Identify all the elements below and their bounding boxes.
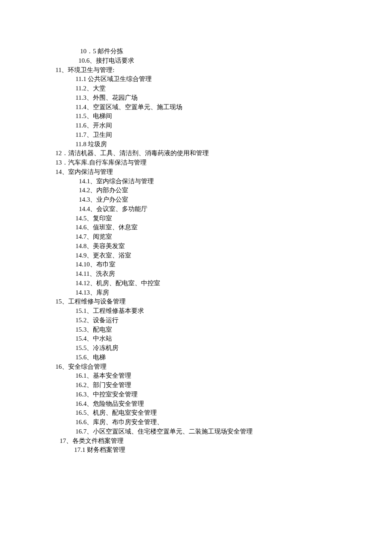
toc-line: 14.13、库房 (55, 288, 366, 298)
toc-line: 13．汽车库.自行车库保洁与管理 (55, 158, 366, 168)
toc-line: 11.4、空置区域、空置单元、施工现场 (55, 103, 366, 112)
toc-line: 15、工程维修与设备管理 (55, 297, 366, 306)
toc-line: 14.11、洗衣房 (55, 269, 366, 279)
toc-line: 10.6、接打电话要求 (55, 56, 366, 66)
toc-line: 16.5、机房、配电室安全管理 (55, 408, 366, 418)
toc-line: 11、环境卫生与管理: (55, 66, 366, 75)
toc-line: 14.5、复印室 (55, 214, 366, 223)
toc-line: 11.5、电梯间 (55, 112, 366, 121)
toc-line: 14.10、布巾室 (55, 260, 366, 269)
toc-line: 11.6、开水间 (55, 121, 366, 130)
toc-line: 15.6、电梯 (55, 353, 366, 362)
toc-line: 14、室内保洁与管理 (55, 168, 366, 177)
toc-line: 16、安全综合管理 (55, 362, 366, 372)
toc-line: 15.1、工程维修基本要求 (55, 306, 366, 316)
toc-line: 16.2、部门安全管理 (55, 381, 366, 390)
toc-line: 11.2、大堂 (55, 84, 366, 93)
toc-line: 16.7、小区空置区域、住宅楼空置单元、二装施工现场安全管理 (55, 427, 366, 436)
toc-line: 14.6、值班室、休息室 (55, 223, 366, 232)
toc-line: 16.6、库房、布巾房安全管理、 (55, 418, 366, 427)
toc-line: 16.4、危险物品安全管理 (55, 399, 366, 409)
toc-line: 16.3、中控室安全管理 (55, 390, 366, 399)
toc-line: 17.1 财务档案管理 (55, 445, 366, 455)
toc-line: 14.8、美容美发室 (55, 242, 366, 251)
toc-line: 14.1、室内综合保洁与管理 (55, 177, 366, 186)
toc-line: 10．5 邮件分拣 (55, 47, 366, 56)
toc-line: 17、各类文件档案管理 (55, 436, 366, 446)
toc-line: 14.2、内部办公室 (55, 186, 366, 195)
toc-line: 14.9、更衣室、浴室 (55, 251, 366, 260)
toc-line: 15.5、冷冻机房 (55, 344, 366, 353)
toc-line: 11.7、卫生间 (55, 130, 366, 140)
toc-line: 16.1、基本安全管理 (55, 371, 366, 381)
document-page: 10．5 邮件分拣10.6、接打电话要求11、环境卫生与管理:11.1 公共区域… (0, 0, 392, 480)
toc-line: 14.12、机房、配电室、中控室 (55, 279, 366, 288)
toc-line: 11.8 垃圾房 (55, 140, 366, 149)
toc-line: 15.2、设备运行 (55, 316, 366, 325)
toc-line: 11.1 公共区域卫生综合管理 (55, 75, 366, 84)
toc-line: 15.4、中水站 (55, 334, 366, 344)
toc-line: 14.3、业户办公室 (55, 195, 366, 205)
toc-line: 14.7、阅览室 (55, 232, 366, 242)
toc-line: 15.3、配电室 (55, 325, 366, 335)
toc-line: 14.4、会议室、多功能厅 (55, 205, 366, 214)
toc-line: 12．清洁机器、工具、清洁剂、消毒药液的使用和管理 (55, 149, 366, 158)
toc-line: 11.3、外围、花园广场 (55, 93, 366, 103)
